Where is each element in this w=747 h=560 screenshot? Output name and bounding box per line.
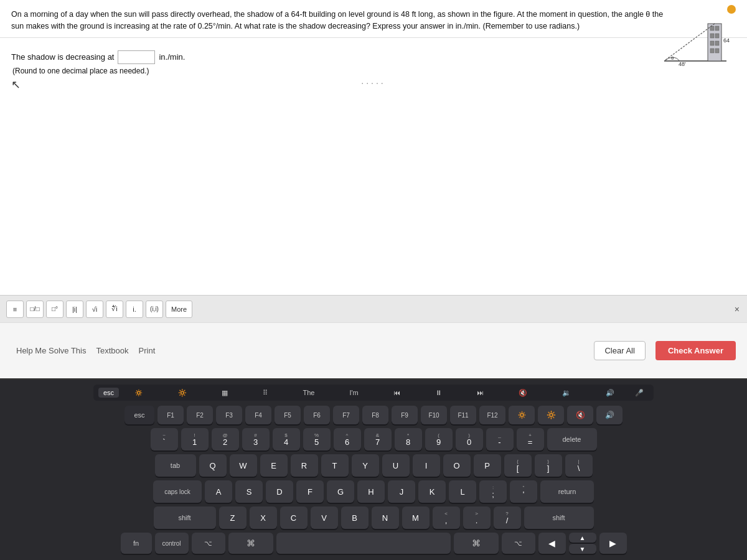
math-btn-degree[interactable]: □° <box>46 301 63 318</box>
key-f6[interactable]: F6 <box>304 406 330 424</box>
key-4[interactable]: $ 4 <box>273 428 300 450</box>
key-e[interactable]: E <box>260 454 288 477</box>
key-y[interactable]: Y <box>352 454 379 477</box>
key-r[interactable]: R <box>291 454 318 477</box>
key-backtick[interactable]: ~ ` <box>151 428 178 450</box>
key-x[interactable]: X <box>250 506 277 529</box>
key-f12[interactable]: F12 <box>479 406 505 424</box>
key-f10[interactable]: F10 <box>421 406 447 424</box>
key-arrow-down[interactable]: ▼ <box>569 544 596 554</box>
key-t[interactable]: T <box>321 454 349 477</box>
key-backslash[interactable]: | \ <box>565 454 593 477</box>
touchbar-brightness-down[interactable]: 🔅 <box>129 388 148 398</box>
key-command-right[interactable]: ⌘ <box>454 533 499 554</box>
key-c[interactable]: C <box>280 506 308 529</box>
key-g[interactable]: G <box>327 480 354 503</box>
touchbar-mission-control[interactable]: ▦ <box>217 388 233 398</box>
key-1[interactable]: ! 1 <box>181 428 209 450</box>
key-option-right[interactable]: ⌥ <box>502 533 535 554</box>
key-f4[interactable]: F4 <box>245 406 271 424</box>
print-link[interactable]: Print <box>134 342 161 359</box>
key-brightup[interactable]: 🔆 <box>538 406 564 424</box>
key-tab[interactable]: tab <box>155 454 196 477</box>
key-s[interactable]: S <box>235 480 263 503</box>
key-b[interactable]: B <box>341 506 369 529</box>
key-slash[interactable]: ? / <box>494 506 521 529</box>
math-btn-frac[interactable]: □/□ <box>26 301 44 318</box>
key-lbracket[interactable]: { [ <box>504 454 532 477</box>
touchbar-rewind[interactable]: ⏮ <box>388 388 405 398</box>
key-7[interactable]: & 7 <box>364 428 392 450</box>
key-i[interactable]: I <box>413 454 440 477</box>
touchbar-playpause[interactable]: ⏸ <box>430 388 447 398</box>
key-space[interactable] <box>276 533 451 554</box>
touchbar-mute[interactable]: 🔇 <box>514 388 532 398</box>
key-period[interactable]: > . <box>463 506 491 529</box>
clear-all-button[interactable]: Clear All <box>594 341 645 360</box>
math-btn-more[interactable]: More <box>166 301 192 318</box>
key-p[interactable]: P <box>474 454 501 477</box>
key-arrow-right[interactable]: ▶ <box>599 533 627 554</box>
key-equals[interactable]: + = <box>517 428 544 450</box>
key-h[interactable]: H <box>357 480 385 503</box>
math-btn-abs[interactable]: |i| <box>66 301 83 318</box>
key-f[interactable]: F <box>296 480 324 503</box>
touchbar-word-the[interactable]: The <box>298 388 319 398</box>
key-minus[interactable]: _ - <box>486 428 514 450</box>
touchbar-volume-up[interactable]: 🔊 <box>601 388 619 398</box>
key-brightdown[interactable]: 🔅 <box>509 406 535 424</box>
key-f8[interactable]: F8 <box>362 406 388 424</box>
key-n[interactable]: N <box>372 506 399 529</box>
touchbar-fastforward[interactable]: ⏭ <box>472 388 489 398</box>
key-8[interactable]: * 8 <box>395 428 422 450</box>
key-6[interactable]: ^ 6 <box>334 428 361 450</box>
key-w[interactable]: W <box>230 454 257 477</box>
math-btn-subscript[interactable]: i. <box>126 301 143 318</box>
key-esc[interactable]: esc <box>125 406 154 424</box>
math-btn-nthroot[interactable]: ∜i <box>106 301 123 318</box>
key-f2[interactable]: F2 <box>187 406 213 424</box>
key-comma[interactable]: < , <box>433 506 460 529</box>
key-arrow-left[interactable]: ◀ <box>538 533 566 554</box>
key-f1[interactable]: F1 <box>157 406 184 424</box>
key-a[interactable]: A <box>205 480 232 503</box>
key-o[interactable]: O <box>443 454 471 477</box>
touchbar-brightness-up[interactable]: 🔆 <box>173 388 192 398</box>
key-shift-left[interactable]: shift <box>154 506 216 529</box>
key-quote[interactable]: " ' <box>510 480 537 503</box>
key-capslock[interactable]: caps lock <box>153 480 202 503</box>
key-5[interactable]: % 5 <box>303 428 331 450</box>
key-control[interactable]: control <box>155 533 189 554</box>
key-0[interactable]: ) 0 <box>456 428 483 450</box>
key-j[interactable]: J <box>388 480 415 503</box>
key-rbracket[interactable]: } ] <box>535 454 562 477</box>
touchbar-volume-down[interactable]: 🔉 <box>557 388 576 398</box>
key-fn[interactable]: fn <box>121 533 152 554</box>
key-volup[interactable]: 🔊 <box>596 406 622 424</box>
close-icon[interactable]: × <box>735 304 740 314</box>
key-f3[interactable]: F3 <box>216 406 242 424</box>
key-f9[interactable]: F9 <box>392 406 418 424</box>
check-answer-button[interactable]: Check Answer <box>655 341 736 360</box>
key-semicolon[interactable]: : ; <box>479 480 507 503</box>
help-me-solve-link[interactable]: Help Me Solve This <box>11 342 91 359</box>
key-option-left[interactable]: ⌥ <box>192 533 225 554</box>
key-delete[interactable]: delete <box>547 428 597 450</box>
touchbar-word-im[interactable]: I'm <box>344 388 363 398</box>
math-btn-sqrt[interactable]: √i <box>86 301 103 318</box>
key-command-left[interactable]: ⌘ <box>228 533 273 554</box>
math-btn-matrix[interactable]: ≡ <box>6 301 24 318</box>
key-q[interactable]: Q <box>199 454 227 477</box>
touchbar-launchpad[interactable]: ⠿ <box>258 388 273 398</box>
touchbar-siri[interactable]: 🎤 <box>630 388 649 398</box>
key-9[interactable]: ( 9 <box>425 428 453 450</box>
key-m[interactable]: M <box>402 506 430 529</box>
math-btn-interval[interactable]: (i,i) <box>146 301 163 318</box>
key-k[interactable]: K <box>418 480 446 503</box>
key-mute[interactable]: 🔇 <box>567 406 593 424</box>
key-u[interactable]: U <box>382 454 410 477</box>
key-v[interactable]: V <box>311 506 338 529</box>
key-return[interactable]: return <box>540 480 594 503</box>
key-shift-right[interactable]: shift <box>524 506 594 529</box>
key-2[interactable]: @ 2 <box>212 428 239 450</box>
